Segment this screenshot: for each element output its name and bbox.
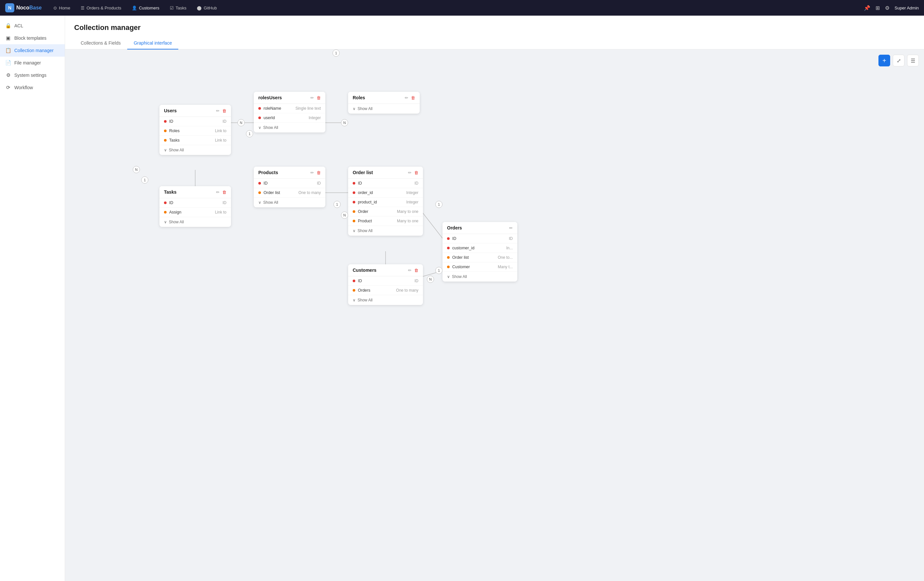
card-roles-title: Roles [353, 95, 365, 100]
card-products: Products ✏ 🗑 ID ID Order list One to man… [254, 167, 325, 207]
edit-orders-button[interactable]: ✏ [509, 225, 513, 230]
rolesusers-field-userid: userId Integer [254, 113, 325, 123]
node-label-n: N [238, 119, 245, 126]
card-rolesusers-title: rolesUsers [258, 95, 282, 100]
edit-customers-button[interactable]: ✏ [408, 268, 412, 273]
file-manager-icon: 📄 [5, 60, 11, 66]
node-label-n3: N [341, 212, 348, 219]
card-users-title: Users [164, 108, 177, 113]
products-field-orderlist: Order list One to many [254, 188, 325, 198]
edit-roles-button[interactable]: ✏ [405, 95, 408, 100]
main-header: Collection manager Collections & Fields … [65, 16, 924, 50]
tab-collections-fields[interactable]: Collections & Fields [74, 37, 127, 50]
orderlist-field-orderid: order_id Integer [348, 188, 423, 198]
card-orderlist: Order list ✏ 🗑 ID ID order_id Integer pr… [348, 167, 423, 236]
rolesusers-show-all[interactable]: ∨ Show All [254, 123, 325, 132]
card-customers-header: Customers ✏ 🗑 [348, 264, 423, 276]
customers-icon: 👤 [132, 5, 137, 10]
edit-tasks-button[interactable]: ✏ [216, 190, 219, 195]
dot-roles [164, 129, 167, 132]
tasks-field-assign: Assign Link to [159, 208, 231, 217]
block-templates-icon: ▣ [5, 35, 11, 41]
nav-home[interactable]: ⊙ Home [50, 3, 74, 12]
products-show-all[interactable]: ∨ Show All [254, 198, 325, 207]
canvas-area[interactable]: N 1 N 1 1 N N 1 1 1 N + ⤢ ☰ Users [65, 50, 924, 581]
rolesusers-field-rolename: roleName Single line text [254, 104, 325, 113]
orders-show-all[interactable]: ∨ Show All [442, 272, 517, 281]
customers-show-all[interactable]: ∨ Show All [348, 295, 423, 305]
expand-icon: ⤢ [897, 58, 901, 64]
sidebar-item-system-settings[interactable]: ⚙ System settings [0, 69, 65, 81]
dot-rolename [258, 107, 261, 110]
card-products-title: Products [258, 170, 278, 175]
dot-products-orderlist [258, 191, 261, 194]
delete-customers-button[interactable]: 🗑 [414, 268, 418, 273]
card-users: Users ✏ 🗑 ID ID Roles Link to Tasks Link… [159, 105, 231, 155]
tab-graphical-interface[interactable]: Graphical interface [127, 37, 178, 50]
delete-users-button[interactable]: 🗑 [222, 108, 226, 113]
sidebar-item-acl[interactable]: 🔒 ACL [0, 20, 65, 32]
grid-icon[interactable]: ⊞ [876, 5, 880, 11]
nav-orders[interactable]: ☰ Orders & Products [77, 3, 125, 12]
menu-icon: ☰ [911, 58, 915, 64]
users-field-id: ID ID [159, 117, 231, 126]
card-customers-title: Customers [353, 268, 376, 273]
edit-products-button[interactable]: ✏ [310, 170, 314, 175]
card-orderlist-header: Order list ✏ 🗑 [348, 167, 423, 179]
sidebar-item-workflow[interactable]: ⟳ Workflow [0, 81, 65, 94]
users-show-all[interactable]: ∨ Show All [159, 145, 231, 155]
delete-rolesusers-button[interactable]: 🗑 [317, 95, 321, 100]
user-profile[interactable]: Super Admin [895, 5, 919, 10]
sidebar-item-collection-manager[interactable]: 📋 Collection manager [0, 44, 65, 56]
page-title: Collection manager [74, 23, 915, 32]
nav-github[interactable]: ⬤ GitHub [193, 3, 221, 12]
sidebar-item-block-templates[interactable]: ▣ Block templates [0, 32, 65, 44]
node-label-1f: 1 [435, 267, 442, 274]
menu-button[interactable]: ☰ [907, 55, 919, 66]
tasks-show-all[interactable]: ∨ Show All [159, 217, 231, 227]
dot-customers-orders [353, 289, 355, 291]
expand-button[interactable]: ⤢ [893, 55, 904, 66]
add-collection-button[interactable]: + [878, 55, 890, 66]
edit-rolesusers-button[interactable]: ✏ [310, 95, 314, 100]
roles-show-all[interactable]: ∨ Show All [348, 104, 420, 114]
top-navigation: N NocoBase ⊙ Home ☰ Orders & Products 👤 … [0, 0, 924, 16]
sidebar-item-file-manager[interactable]: 📄 File manager [0, 56, 65, 69]
dot-assign [164, 211, 167, 214]
nav-tasks[interactable]: ☑ Tasks [166, 3, 190, 12]
node-label-1: 1 [246, 130, 253, 137]
orderlist-field-productid: product_id Integer [348, 198, 423, 207]
dot-orderlist-orderid [353, 191, 355, 194]
card-roles-header: Roles ✏ 🗑 [348, 92, 420, 104]
settings-icon[interactable]: ⚙ [885, 5, 889, 11]
orderlist-field-product: Product Many to one [348, 217, 423, 226]
main-content: Collection manager Collections & Fields … [65, 16, 924, 581]
node-label-1b: 1 [333, 50, 340, 56]
delete-products-button[interactable]: 🗑 [317, 170, 321, 175]
card-tasks: Tasks ✏ 🗑 ID ID Assign Link to ∨ Show Al… [159, 186, 231, 227]
logo-text: NocoBase [16, 5, 42, 11]
node-label-n2: N [341, 119, 348, 126]
delete-roles-button[interactable]: 🗑 [411, 95, 415, 100]
orderlist-field-id: ID ID [348, 179, 423, 188]
users-field-roles: Roles Link to [159, 126, 231, 136]
card-customers: Customers ✏ 🗑 ID ID Orders One to many ∨… [348, 264, 423, 305]
dot-orders-customer [447, 266, 450, 268]
dot-tasks-id [164, 202, 167, 204]
orders-field-customerid: customer_id In... [442, 243, 517, 253]
app-logo[interactable]: N NocoBase [5, 3, 42, 12]
delete-tasks-button[interactable]: 🗑 [222, 190, 226, 195]
card-orders-header: Orders ✏ [442, 222, 517, 234]
dot-userid [258, 116, 261, 119]
collection-manager-icon: 📋 [5, 48, 11, 53]
orderlist-show-all[interactable]: ∨ Show All [348, 226, 423, 236]
nav-customers[interactable]: 👤 Customers [128, 3, 163, 12]
dot-orders-id [447, 237, 450, 240]
orderlist-field-order: Order Many to one [348, 207, 423, 217]
card-orders: Orders ✏ ID ID customer_id In... Order l… [442, 222, 517, 281]
pin-icon[interactable]: 📌 [864, 5, 870, 11]
edit-orderlist-button[interactable]: ✏ [408, 170, 412, 175]
delete-orderlist-button[interactable]: 🗑 [414, 170, 418, 175]
customers-field-id: ID ID [348, 276, 423, 286]
edit-users-button[interactable]: ✏ [216, 108, 219, 113]
